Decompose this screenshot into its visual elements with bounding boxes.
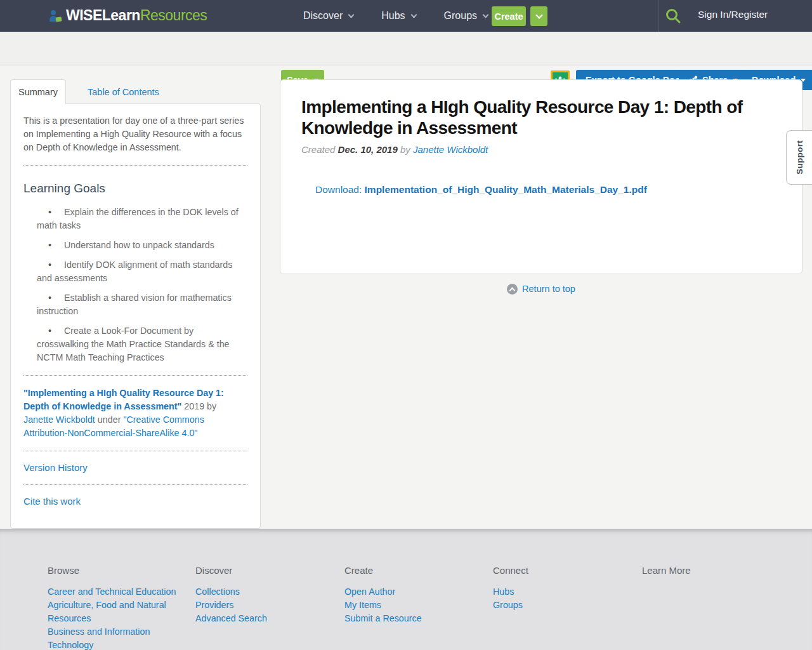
footer-heading: Create (344, 565, 483, 576)
search-icon (665, 8, 681, 24)
learning-goals-list: Explain the differences in the DOK level… (23, 206, 247, 364)
chevron-down-icon (410, 11, 417, 18)
resource-main-card: Implementing a HIgh Quality Resource Day… (280, 79, 802, 274)
cite-this-work-link[interactable]: Cite this work (23, 496, 81, 507)
footer-column-discover: Discover Collections Providers Advanced … (195, 565, 334, 625)
divider (23, 451, 247, 451)
footer-link[interactable]: Submit a Resource (344, 612, 483, 625)
return-to-top: Return to top (280, 283, 802, 295)
learning-goal-item: Establish a shared vision for mathematic… (37, 291, 247, 318)
footer-column-create: Create Open Author My Items Submit a Res… (344, 565, 483, 625)
create-split-button: Create (492, 6, 547, 26)
footer-heading: Connect (493, 565, 631, 576)
chevron-down-icon (348, 11, 355, 18)
learning-goal-item: Understand how to unpack standards (37, 239, 247, 252)
footer-link[interactable]: Providers (195, 599, 334, 612)
divider (23, 484, 247, 485)
chevron-down-icon (483, 11, 489, 18)
arrow-up-circle-icon (507, 284, 518, 295)
footer-link[interactable]: My Items (344, 599, 483, 612)
tab-table-of-contents[interactable]: Table of Contents (88, 79, 159, 104)
resource-title: Implementing a HIgh Quality Resource Day… (301, 96, 758, 138)
logo-text-resources: Resources (140, 7, 207, 24)
footer-link[interactable]: Business and Information Technology (48, 625, 186, 650)
learning-goals-heading: Learning Goals (23, 182, 247, 196)
resource-toolbar: Save Export to Google Docs Share (0, 32, 812, 65)
footer-column-connect: Connect Hubs Groups (493, 565, 631, 612)
divider (23, 165, 247, 166)
main-nav: Discover Hubs Groups (303, 0, 488, 32)
nav-item-label: Groups (444, 10, 477, 22)
resource-description: This is a presentation for day one of a … (23, 114, 247, 154)
divider (23, 375, 247, 376)
author-link[interactable]: Janette Wickboldt (23, 415, 95, 425)
footer-link[interactable]: Groups (493, 599, 631, 612)
chevron-down-icon (535, 11, 542, 18)
return-to-top-label: Return to top (522, 284, 575, 294)
wiselearn-logo-icon (48, 8, 63, 23)
logo-text-wiselearn: WISELearn (66, 7, 140, 24)
return-to-top-link[interactable]: Return to top (507, 284, 575, 294)
nav-item-hubs[interactable]: Hubs (381, 10, 416, 22)
created-date: Dec. 10, 2019 (338, 144, 398, 155)
site-logo[interactable]: WISELearnResources (48, 7, 207, 24)
author-link[interactable]: Janette Wickboldt (413, 144, 488, 155)
nav-item-groups[interactable]: Groups (444, 10, 488, 22)
footer-link[interactable]: Hubs (493, 585, 631, 599)
nav-item-label: Hubs (381, 10, 405, 22)
top-navbar: WISELearnResources Discover Hubs Groups … (0, 0, 812, 32)
attribution-under: under (98, 415, 121, 425)
attribution-block: "Implementing a HIgh Quality Resource Da… (23, 387, 247, 440)
created-line: Created Dec. 10, 2019 by Janette Wickbol… (301, 144, 776, 155)
support-tab-label: Support (795, 140, 804, 175)
tab-summary[interactable]: Summary (10, 79, 66, 104)
download-file-link[interactable]: Implementation_of_High_Quality_Math_Mate… (365, 184, 647, 195)
nav-item-label: Discover (303, 10, 343, 22)
footer-heading: Learn More (642, 565, 780, 576)
summary-sidebar: Summary Table of Contents This is a pres… (10, 79, 261, 529)
footer-link[interactable]: Advanced Search (195, 612, 334, 625)
footer-link[interactable]: Collections (195, 585, 334, 599)
page-footer: Browse Career and Technical Education Ag… (0, 529, 812, 650)
footer-link[interactable]: Agriculture, Food and Natural Resources (48, 599, 186, 625)
footer-link[interactable]: Career and Technical Education (48, 585, 186, 599)
footer-heading: Discover (195, 565, 334, 576)
download-label: Download: (315, 184, 362, 195)
learning-goal-item: Explain the differences in the DOK level… (37, 206, 247, 232)
support-tab[interactable]: Support (786, 130, 812, 185)
attribution-year: 2019 by (184, 401, 216, 411)
create-button[interactable]: Create (492, 6, 526, 26)
by-label: by (400, 144, 410, 155)
summary-panel: This is a presentation for day one of a … (10, 103, 261, 529)
sign-in-register-link[interactable]: Sign In/Register (698, 9, 768, 20)
footer-heading: Browse (48, 565, 186, 576)
nav-item-discover[interactable]: Discover (303, 10, 353, 22)
navbar-divider (658, 0, 658, 32)
create-dropdown-button[interactable] (530, 6, 547, 26)
learning-goal-item: Identify DOK alignment of math standards… (37, 258, 247, 285)
created-label: Created (301, 144, 335, 155)
download-row: Download: Implementation_of_High_Quality… (315, 184, 776, 196)
footer-column-learn-more: Learn More (642, 565, 780, 585)
footer-link[interactable]: Open Author (344, 585, 483, 599)
search-button[interactable] (665, 8, 681, 24)
footer-column-browse: Browse Career and Technical Education Ag… (48, 565, 186, 650)
learning-goal-item: Create a Look-For Document by crosswalki… (37, 324, 247, 364)
version-history-link[interactable]: Version History (23, 462, 88, 473)
